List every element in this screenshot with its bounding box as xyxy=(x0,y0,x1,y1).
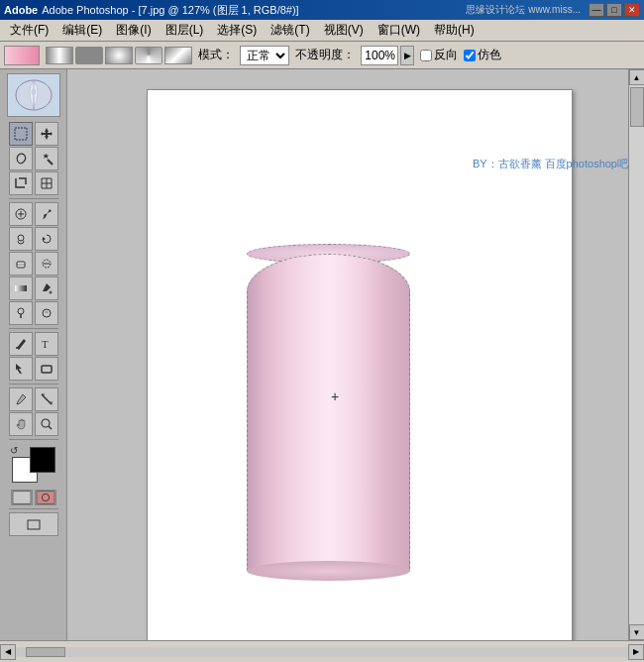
menubar: 文件(F) 编辑(E) 图像(I) 图层(L) 选择(S) 滤镜(T) 视图(V… xyxy=(0,20,644,42)
preset-btn-1[interactable] xyxy=(46,47,73,64)
tool-row-10 xyxy=(9,357,58,381)
h-scroll-thumb[interactable] xyxy=(26,647,65,657)
tool-row-6 xyxy=(9,252,58,276)
history-tool[interactable] xyxy=(35,227,58,251)
tool-row-4 xyxy=(9,202,58,226)
blur-tool[interactable] xyxy=(35,301,58,325)
heal-tool[interactable] xyxy=(9,202,33,226)
hand-tool[interactable] xyxy=(9,412,33,436)
reverse-checkbox[interactable] xyxy=(420,50,432,61)
scroll-thumb[interactable] xyxy=(630,87,644,127)
svg-line-27 xyxy=(42,394,52,404)
magic-wand-tool[interactable] xyxy=(35,147,58,170)
fake-checkbox[interactable] xyxy=(464,50,476,61)
menu-edit[interactable]: 编辑(E) xyxy=(56,20,108,41)
paint-bucket-tool[interactable] xyxy=(35,276,58,300)
gradient-tool[interactable] xyxy=(9,276,33,300)
h-scroll-track[interactable] xyxy=(16,647,628,657)
menu-view[interactable]: 视图(V) xyxy=(318,20,370,41)
text-tool[interactable]: T xyxy=(35,332,58,356)
preset-btn-3[interactable] xyxy=(105,47,133,64)
gradient-swatch[interactable] xyxy=(4,46,40,65)
tool-separator-4 xyxy=(9,439,58,440)
shape-container[interactable] xyxy=(247,254,410,571)
scroll-up-btn[interactable]: ▲ xyxy=(629,69,645,85)
titlebar-watermark: 思缘设计论坛 www.miss... xyxy=(466,3,581,17)
canvas-container[interactable]: + xyxy=(147,89,573,640)
mode-row xyxy=(11,490,56,505)
preset-btn-5[interactable] xyxy=(164,47,192,64)
menu-select[interactable]: 选择(S) xyxy=(211,20,263,41)
tool-row-3 xyxy=(9,171,58,195)
crop-tool[interactable] xyxy=(9,171,33,195)
menu-image[interactable]: 图像(I) xyxy=(110,20,157,41)
slice-tool[interactable] xyxy=(35,171,58,195)
scroll-left-btn[interactable]: ◀ xyxy=(0,644,16,660)
scroll-track[interactable] xyxy=(629,85,645,624)
svg-point-19 xyxy=(49,291,52,294)
standard-mode[interactable] xyxy=(11,490,33,505)
opacity-input-group: ▶ xyxy=(361,46,414,65)
foreground-color[interactable] xyxy=(30,447,55,473)
svg-marker-13 xyxy=(43,237,46,241)
titlebar: Adobe Adobe Photoshop - [7.jpg @ 127% (图… xyxy=(0,0,644,20)
right-scrollbar: ▲ ▼ xyxy=(628,69,644,640)
eraser-tool[interactable] xyxy=(9,252,33,276)
menu-layer[interactable]: 图层(L) xyxy=(160,20,210,41)
canvas-area[interactable]: BY：古欲香薰 百度photoshop吧 + ▲ ▼ xyxy=(67,69,644,640)
fake-group: 仿色 xyxy=(464,47,501,63)
win-close-button[interactable]: ✕ xyxy=(624,3,640,17)
background-eraser-tool[interactable] xyxy=(35,252,58,276)
path-select-tool[interactable] xyxy=(9,357,33,381)
win-minimize-button[interactable]: — xyxy=(589,3,604,17)
menu-help[interactable]: 帮助(H) xyxy=(428,20,481,41)
stamp-tool[interactable] xyxy=(9,227,33,251)
tool-row-7 xyxy=(9,276,58,300)
svg-rect-18 xyxy=(15,285,27,291)
crosshair: + xyxy=(328,389,342,403)
svg-rect-35 xyxy=(28,520,40,529)
opacity-input[interactable] xyxy=(361,46,398,65)
mode-label: 模式： xyxy=(198,47,234,63)
screen-mode-btn[interactable] xyxy=(9,512,58,536)
shape-tool[interactable] xyxy=(35,357,58,381)
main-area: T xyxy=(0,69,644,640)
mode-select[interactable]: 正常 xyxy=(240,46,289,65)
svg-marker-25 xyxy=(16,364,22,374)
lasso-tool[interactable] xyxy=(9,147,33,170)
scroll-right-btn[interactable]: ▶ xyxy=(628,644,644,660)
quick-mask-mode[interactable] xyxy=(35,490,56,505)
tool-separator-3 xyxy=(9,384,58,385)
win-maximize-button[interactable]: □ xyxy=(606,3,622,17)
titlebar-logo: Adobe xyxy=(4,4,38,16)
tool-separator-5 xyxy=(9,508,58,509)
svg-line-31 xyxy=(49,426,52,429)
color-swatches[interactable]: ↺ xyxy=(12,447,55,483)
brush-tool[interactable] xyxy=(35,202,58,226)
tool-row-1 xyxy=(9,122,58,146)
measure-tool[interactable] xyxy=(35,387,58,411)
menu-filter[interactable]: 滤镜(T) xyxy=(265,20,315,41)
svg-point-20 xyxy=(18,308,24,314)
feather-icon xyxy=(14,77,54,113)
scroll-down-btn[interactable]: ▼ xyxy=(629,624,645,640)
screen-mode-row xyxy=(9,512,58,536)
menu-file[interactable]: 文件(F) xyxy=(4,20,54,41)
svg-rect-26 xyxy=(42,366,52,373)
eyedropper-tool[interactable] xyxy=(9,387,33,411)
dodge-tool[interactable] xyxy=(9,301,33,325)
zoom-tool[interactable] xyxy=(35,412,58,436)
preset-btn-2[interactable] xyxy=(75,47,103,64)
opacity-arrow[interactable]: ▶ xyxy=(400,46,414,65)
move-tool[interactable] xyxy=(35,122,58,146)
svg-marker-5 xyxy=(43,153,49,159)
marquee-tool[interactable] xyxy=(9,122,33,146)
preset-btn-4[interactable] xyxy=(135,47,162,64)
cylinder-bottom xyxy=(247,561,410,581)
menu-window[interactable]: 窗口(W) xyxy=(372,20,426,41)
swap-colors[interactable]: ↺ xyxy=(10,445,18,456)
svg-point-12 xyxy=(18,235,24,241)
tool-row-5 xyxy=(9,227,58,251)
svg-point-23 xyxy=(16,347,18,349)
pen-tool[interactable] xyxy=(9,332,33,356)
